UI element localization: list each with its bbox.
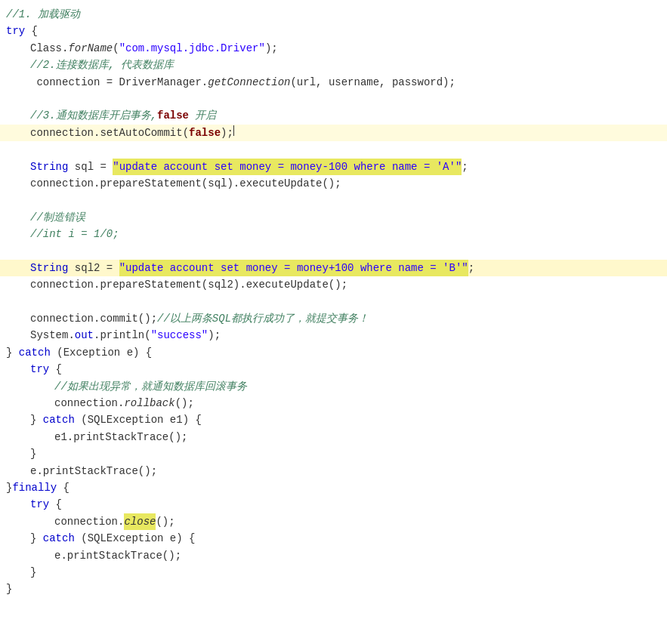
line-try-finally-open: try { [0, 496, 667, 513]
line-get-connection: connection = DriverManager.getConnection… [0, 74, 667, 91]
line-empty-1 [0, 91, 667, 107]
line-empty-4 [0, 242, 667, 259]
line-finally-open: }finally { [0, 479, 667, 496]
code-editor: //1. 加载驱动 try { Class.forName("com.mysql… [0, 0, 667, 644]
line-comment-connect: //2.连接数据库, 代表数据库 [0, 57, 667, 73]
line-sql1: String sql = "update account set money =… [0, 159, 667, 175]
line-close-finally-catch: } [0, 564, 667, 581]
line-empty-5 [0, 294, 667, 310]
line-connection-close: connection.close(); [0, 513, 667, 530]
line-e1-printstacktrace: e1.printStackTrace(); [0, 429, 667, 445]
line-rollback: connection.rollback(); [0, 395, 667, 411]
line-comment-rollback: //如果出现异常，就通知数据库回滚事务 [0, 378, 667, 395]
line-e-printstacktrace-finally: e.printStackTrace(); [0, 547, 667, 564]
line-class-forname: Class.forName("com.mysql.jdbc.Driver"); [0, 40, 667, 57]
line-println-success: System.out.println("success"); [0, 327, 667, 344]
line-close-inner-catch: } [0, 445, 667, 462]
line-comment-make-error: //制造错误 [0, 209, 667, 226]
keyword-try: try [6, 23, 25, 39]
line-comment-load: //1. 加载驱动 [0, 6, 667, 23]
line-catch-exception: } catch (Exception e) { [0, 344, 667, 361]
line-commit: connection.commit();//以上两条SQL都执行成功了，就提交事… [0, 310, 667, 327]
line-execute-sql1: connection.prepareStatement(sql).execute… [0, 175, 667, 192]
line-catch-finally-sqlexception: } catch (SQLException e) { [0, 530, 667, 547]
line-try-open: try { [0, 23, 667, 39]
comment-load-driver: //1. 加载驱动 [6, 6, 80, 23]
line-catch-sqlexception: } catch (SQLException e1) { [0, 411, 667, 428]
line-close-finally: } [0, 581, 667, 597]
line-comment-int-div: //int i = 1/0; [0, 226, 667, 242]
line-sql2: String sql2 = "update account set money … [0, 260, 667, 276]
line-comment-autocommit: //3.通知数据库开启事务,false 开启 [0, 107, 667, 124]
line-try-inner-open: try { [0, 361, 667, 377]
line-empty-2 [0, 141, 667, 158]
line-set-autocommit: connection.setAutoCommit(false); [0, 125, 667, 141]
line-empty-3 [0, 192, 667, 208]
line-execute-sql2: connection.prepareStatement(sql2).execut… [0, 276, 667, 293]
line-e-printstacktrace: e.printStackTrace(); [0, 463, 667, 479]
text-cursor [233, 125, 234, 136]
